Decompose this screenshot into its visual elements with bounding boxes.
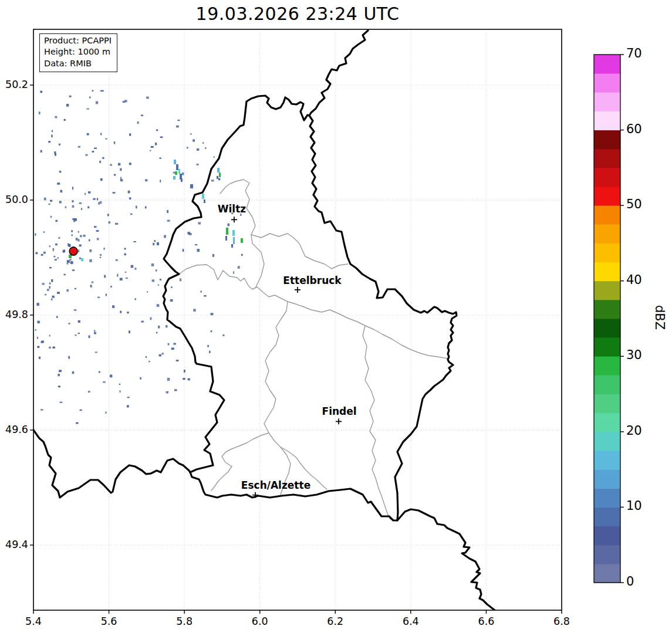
colorbar-tick-label: 30 [626, 348, 642, 362]
axes-frame [33, 29, 562, 610]
colorbar [594, 55, 624, 583]
x-tick-label: 5.6 [101, 615, 117, 627]
colorbar-band [594, 130, 620, 150]
colorbar-unit-label: dBZ [653, 305, 667, 330]
x-tick-label: 6.0 [252, 615, 268, 627]
colorbar-band [594, 111, 620, 130]
colorbar-tick-label: 0 [626, 574, 634, 588]
colorbar-band [594, 564, 620, 583]
colorbar-band [594, 224, 620, 243]
info-height-line: Height: 1000 m [44, 46, 112, 57]
colorbar-tick-label: 20 [626, 424, 642, 438]
radar-echo-cells [69, 160, 243, 261]
colorbar-band [594, 413, 620, 432]
map-canvas [0, 0, 672, 636]
colorbar-band [594, 356, 620, 375]
colorbar-tick-label: 60 [626, 122, 642, 136]
colorbar-band [594, 92, 620, 111]
colorbar-band [594, 205, 620, 225]
y-tick-label: 49.4 [5, 539, 28, 550]
y-tick-label: 49.6 [5, 424, 28, 435]
product-info-box: Product: PCAPPI Height: 1000 m Data: RMI… [39, 33, 117, 72]
colorbar-band [594, 262, 620, 282]
country-border [163, 96, 457, 520]
colorbar-band [594, 55, 620, 74]
x-tick-label: 6.8 [553, 615, 570, 627]
canton-border [179, 265, 293, 303]
x-tick-label: 6.2 [327, 615, 343, 627]
colorbar-tick-label: 40 [626, 273, 642, 287]
city-label: Findel [322, 405, 357, 417]
colorbar-band [594, 243, 620, 262]
info-product-line: Product: PCAPPI [44, 35, 112, 46]
city-label: Ettelbruck [283, 275, 341, 286]
city-label: Wiltz [218, 203, 246, 215]
x-tick-label: 6.6 [478, 615, 495, 627]
colorbar-band [594, 545, 620, 564]
colorbar-tick-label: 50 [626, 197, 642, 211]
canton-border [251, 234, 348, 269]
colorbar-band [594, 375, 620, 394]
colorbar-band [594, 469, 620, 489]
info-data-line: Data: RMIB [44, 58, 112, 69]
city-marker [295, 287, 300, 293]
x-tick-label: 5.8 [176, 615, 193, 627]
colorbar-band [594, 300, 620, 319]
canton-border [264, 302, 291, 495]
plot-area [33, 29, 562, 610]
colorbar-tick-label: 10 [626, 499, 642, 513]
colorbar-tick-label: 70 [626, 46, 642, 60]
radar-product-page: 19.03.2026 23:24 UTC Product: PCAPPI Hei… [0, 0, 672, 636]
x-tick-label: 6.4 [403, 615, 419, 627]
colorbar-band [594, 507, 620, 526]
colorbar-band [594, 488, 620, 508]
colorbar-band [594, 281, 620, 300]
colorbar-band [594, 319, 620, 338]
country-border [309, 31, 368, 116]
city-marker [231, 216, 237, 222]
colorbar-band [594, 394, 620, 414]
y-tick-label: 50.0 [5, 194, 28, 205]
colorbar-band [594, 526, 620, 546]
country-border [33, 430, 190, 498]
y-tick-label: 50.2 [5, 79, 28, 90]
city-label: Esch/Alzette [241, 479, 310, 491]
radar-site-marker [69, 247, 77, 255]
colorbar-band [594, 149, 620, 168]
city-marker [336, 418, 342, 424]
colorbar-band [594, 73, 620, 93]
colorbar-band [594, 168, 620, 187]
country-border [397, 509, 495, 610]
colorbar-band [594, 432, 620, 451]
x-tick-label: 5.4 [25, 615, 42, 627]
colorbar-band [594, 337, 620, 357]
y-tick-label: 49.8 [5, 309, 28, 320]
colorbar-band [594, 187, 620, 206]
canton-border [363, 326, 390, 519]
colorbar-band [594, 451, 620, 470]
